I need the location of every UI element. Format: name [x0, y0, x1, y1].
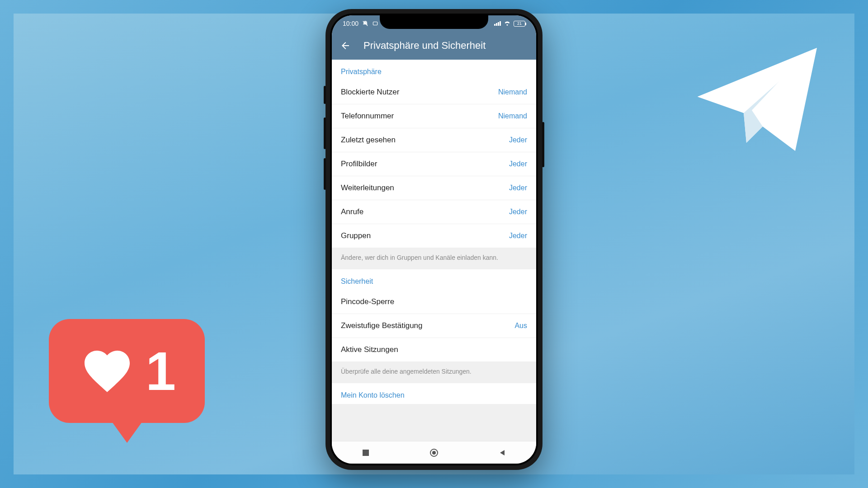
row-two-step[interactable]: Zweistufige Bestätigung Aus: [332, 314, 536, 338]
row-value: Jeder: [509, 136, 527, 144]
row-label: Zuletzt gesehen: [341, 136, 396, 145]
like-notification-bubble: 1: [49, 319, 205, 423]
svg-point-4: [432, 451, 436, 455]
row-phone-number[interactable]: Telefonnummer Niemand: [332, 104, 536, 128]
triangle-left-icon: [499, 449, 506, 456]
row-groups[interactable]: Gruppen Jeder: [332, 224, 536, 248]
row-value: Jeder: [509, 208, 527, 216]
delete-section-title[interactable]: Mein Konto löschen: [332, 383, 536, 404]
square-icon: [362, 449, 369, 456]
row-forwards[interactable]: Weiterleitungen Jeder: [332, 176, 536, 200]
row-value: Jeder: [509, 160, 527, 168]
android-nav-bar: [332, 441, 536, 464]
row-value: Jeder: [509, 232, 527, 240]
security-section-title: Sicherheit: [332, 269, 536, 290]
phone-screen: 10:00 21 Privatsphäre und Sicherheit: [332, 15, 536, 464]
row-label: Aktive Sitzungen: [341, 345, 398, 354]
wifi-icon: [504, 21, 511, 26]
back-button[interactable]: [340, 40, 351, 51]
telegram-logo-icon: [678, 32, 836, 167]
row-value: Niemand: [498, 88, 527, 96]
row-profile-photos[interactable]: Profilbilder Jeder: [332, 152, 536, 176]
card-icon: [372, 20, 378, 27]
row-value: Aus: [514, 322, 527, 330]
battery-icon: 21: [514, 21, 525, 27]
row-blocked-users[interactable]: Blockierte Nutzer Niemand: [332, 80, 536, 104]
arrow-left-icon: [340, 40, 351, 51]
nav-recents-button[interactable]: [361, 448, 370, 457]
row-label: Gruppen: [341, 231, 371, 240]
like-count: 1: [146, 340, 176, 402]
row-active-sessions[interactable]: Aktive Sitzungen: [332, 338, 536, 361]
svg-rect-2: [363, 450, 369, 456]
header-title: Privatsphäre und Sicherheit: [363, 40, 486, 52]
security-footer: Überprüfe alle deine angemeldeten Sitzun…: [332, 361, 536, 383]
privacy-section: Privatsphäre Blockierte Nutzer Niemand T…: [332, 60, 536, 248]
row-label: Weiterleitungen: [341, 183, 394, 192]
circle-icon: [429, 448, 439, 457]
row-value: Jeder: [509, 184, 527, 192]
row-calls[interactable]: Anrufe Jeder: [332, 200, 536, 224]
app-header: Privatsphäre und Sicherheit: [332, 32, 536, 60]
mute-icon: [362, 20, 368, 27]
row-label: Pincode-Sperre: [341, 297, 394, 306]
settings-content[interactable]: Privatsphäre Blockierte Nutzer Niemand T…: [332, 60, 536, 441]
row-label: Zweistufige Bestätigung: [341, 321, 423, 330]
nav-back-button[interactable]: [498, 448, 507, 457]
delete-section: Mein Konto löschen: [332, 383, 536, 404]
row-value: Niemand: [498, 112, 527, 120]
phone-frame: 10:00 21 Privatsphäre und Sicherheit: [326, 9, 542, 470]
heart-icon: [78, 344, 137, 398]
row-passcode-lock[interactable]: Pincode-Sperre: [332, 290, 536, 314]
row-label: Profilbilder: [341, 160, 377, 169]
nav-home-button[interactable]: [429, 448, 439, 457]
row-label: Anrufe: [341, 207, 363, 216]
row-last-seen[interactable]: Zuletzt gesehen Jeder: [332, 128, 536, 152]
row-label: Telefonnummer: [341, 112, 394, 121]
status-time: 10:00: [343, 20, 359, 27]
signal-icon: [494, 21, 501, 26]
svg-rect-1: [373, 22, 377, 25]
phone-notch: [380, 14, 488, 29]
privacy-section-title: Privatsphäre: [332, 60, 536, 80]
row-label: Blockierte Nutzer: [341, 88, 399, 97]
security-section: Sicherheit Pincode-Sperre Zweistufige Be…: [332, 269, 536, 361]
privacy-footer: Ändere, wer dich in Gruppen und Kanäle e…: [332, 248, 536, 269]
